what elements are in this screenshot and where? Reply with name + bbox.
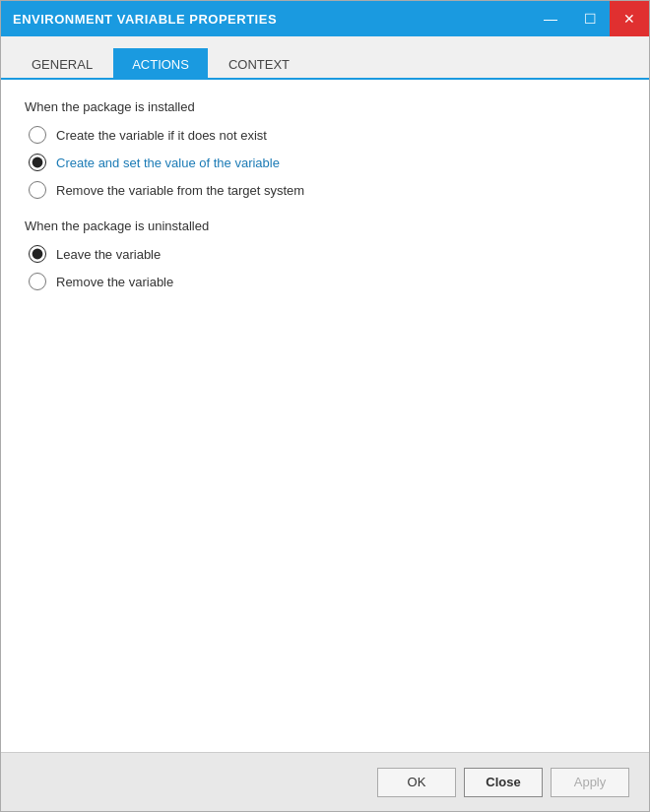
uninstall-radio-1[interactable] — [29, 245, 46, 263]
uninstall-radio-2[interactable] — [29, 273, 46, 290]
footer: OK Close Apply — [1, 752, 649, 811]
uninstall-option-2-label: Remove the variable — [56, 275, 173, 289]
title-bar: ENVIRONMENT VARIABLE PROPERTIES — ☐ ✕ — [1, 1, 649, 36]
install-option-3-label: Remove the variable from the target syst… — [56, 183, 304, 198]
restore-button[interactable]: ☐ — [570, 1, 610, 36]
install-option-2-label: Create and set the value of the variable — [56, 156, 280, 170]
install-option-1-label: Create the variable if it does not exist — [56, 128, 267, 143]
content-area: When the package is installed Create the… — [1, 80, 649, 752]
close-dialog-button[interactable]: Close — [464, 768, 543, 797]
install-option-2[interactable]: Create and set the value of the variable — [29, 154, 625, 171]
install-radio-3[interactable] — [29, 181, 46, 199]
install-option-3[interactable]: Remove the variable from the target syst… — [29, 181, 625, 199]
uninstall-option-1[interactable]: Leave the variable — [29, 245, 625, 263]
install-section-label: When the package is installed — [25, 99, 625, 114]
tab-context[interactable]: CONTEXT — [210, 48, 308, 80]
install-radio-2[interactable] — [29, 154, 46, 171]
uninstall-section-label: When the package is uninstalled — [25, 219, 625, 233]
ok-button[interactable]: OK — [377, 768, 456, 797]
install-radio-group: Create the variable if it does not exist… — [25, 126, 625, 199]
section-separator: When the package is uninstalled — [25, 219, 625, 233]
tab-general[interactable]: GENERAL — [13, 48, 111, 80]
uninstall-option-1-label: Leave the variable — [56, 247, 161, 262]
window: ENVIRONMENT VARIABLE PROPERTIES — ☐ ✕ GE… — [0, 0, 650, 812]
uninstall-radio-group: Leave the variable Remove the variable — [25, 245, 625, 290]
minimize-button[interactable]: — — [531, 1, 570, 36]
install-radio-1[interactable] — [29, 126, 46, 144]
tab-actions[interactable]: ACTIONS — [113, 48, 208, 80]
window-title: ENVIRONMENT VARIABLE PROPERTIES — [13, 12, 277, 27]
install-option-1[interactable]: Create the variable if it does not exist — [29, 126, 625, 144]
close-button[interactable]: ✕ — [610, 1, 649, 36]
apply-button[interactable]: Apply — [551, 768, 629, 797]
uninstall-option-2[interactable]: Remove the variable — [29, 273, 625, 290]
title-bar-controls: — ☐ ✕ — [531, 1, 649, 36]
tab-bar: GENERAL ACTIONS CONTEXT — [1, 36, 649, 80]
